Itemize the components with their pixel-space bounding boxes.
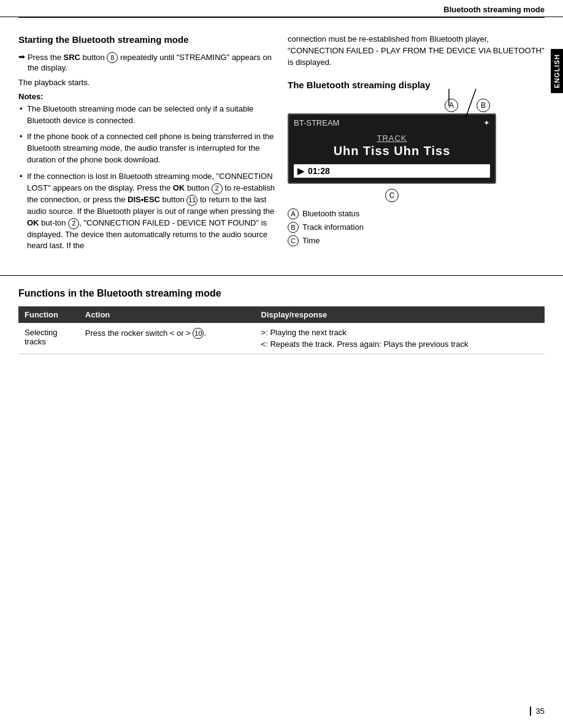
button-2-circle: 2 (212, 183, 223, 194)
button-2b-circle: 2 (68, 218, 79, 229)
page-header: Bluetooth streaming mode (0, 0, 563, 17)
header-title: Bluetooth streaming mode (443, 5, 545, 14)
col-function: Function (18, 306, 79, 323)
time-display: 01:28 (308, 166, 330, 176)
bt-screen-bottom: ▶ 01:28 (294, 164, 490, 178)
page-number: 35 (530, 707, 545, 716)
legend-text-c: Time (302, 236, 320, 245)
table-header: Function Action Display/response (18, 306, 545, 323)
notes-label: Notes: (18, 92, 275, 101)
col-action: Action (79, 306, 255, 323)
function-table: Function Action Display/response Selecti… (18, 306, 545, 354)
label-a-circle: A (445, 99, 458, 112)
right-upper-text: connection must be re-established from B… (288, 34, 545, 69)
src-bold: SRC (64, 53, 80, 62)
bt-screen: BT-STREAM ✦ TRACK Uhn Tiss Uhn Tiss ▶ 01… (288, 113, 496, 184)
table-row: Selectingtracks Press the rocker switch … (18, 323, 545, 354)
list-item: If the connection is lost in Bluetooth s… (18, 171, 275, 252)
left-column: Starting the Bluetooth streaming mode ➡ … (18, 34, 275, 257)
legend: A Bluetooth status B Track information C… (288, 208, 545, 246)
legend-circle-a: A (288, 208, 299, 219)
legend-item-c: C Time (288, 235, 545, 246)
legend-text-b: Track information (302, 222, 364, 232)
list-item: The Bluetooth streaming mode can be sele… (18, 104, 275, 127)
list-item: If the phone book of a connected cell ph… (18, 131, 275, 166)
arrow-icon: ➡ (18, 52, 25, 72)
ab-label-row: A B (288, 99, 496, 112)
label-b-circle: B (477, 99, 490, 112)
ok-bold2: OK (27, 218, 39, 227)
dis-esc-bold: DIS•ESC (128, 195, 160, 204)
side-tab: ENGLISH (551, 49, 563, 93)
top-rule (18, 17, 545, 21)
button-8-circle: 8 (107, 52, 118, 63)
bottom-section: Functions in the Bluetooth streaming mod… (0, 275, 563, 366)
main-content: Starting the Bluetooth streaming mode ➡ … (0, 21, 563, 257)
bottom-heading: Functions in the Bluetooth streaming mod… (18, 288, 545, 299)
table-header-row: Function Action Display/response (18, 306, 545, 323)
label-c-circle: C (385, 189, 399, 202)
table-body: Selectingtracks Press the rocker switch … (18, 323, 545, 354)
button-11-circle: 11 (186, 195, 197, 206)
display-line-2: <: Repeats the track. Press again: Plays… (261, 339, 538, 349)
legend-item-b: B Track information (288, 222, 545, 233)
arrow-instruction-text: Press the SRC button 8 repeatedly until … (28, 52, 275, 72)
button-10-circle: 10 (193, 328, 204, 339)
playback-text: The playback starts. (18, 77, 275, 88)
bt-stream-label: BT-STREAM (294, 118, 339, 127)
cell-action: Press the rocker switch < or > 10. (79, 323, 255, 354)
display-line-1: >: Playing the next track (261, 328, 538, 337)
play-icon: ▶ (297, 166, 304, 176)
bt-display-heading: The Bluetooth streaming display (288, 80, 545, 90)
bt-screen-main: TRACK Uhn Tiss Uhn Tiss (294, 130, 490, 161)
bt-screen-top: BT-STREAM ✦ (294, 118, 490, 127)
display-container: A B BT-STREAM ✦ TRACK Uhn Tiss Uhn Tiss (288, 99, 496, 202)
legend-item-a: A Bluetooth status (288, 208, 545, 219)
bt-display-section: The Bluetooth streaming display A B BT-S… (288, 80, 545, 246)
c-label-container: C (288, 189, 496, 202)
track-label: TRACK (294, 134, 490, 143)
left-heading: Starting the Bluetooth streaming mode (18, 34, 275, 46)
arrow-instruction: ➡ Press the SRC button 8 repeatedly unti… (18, 52, 275, 72)
cell-display: >: Playing the next track <: Repeats the… (255, 323, 545, 354)
function-text: Selectingtracks (25, 328, 57, 346)
bt-status-icon: ✦ (483, 118, 490, 127)
display-wrapper: A B BT-STREAM ✦ TRACK Uhn Tiss Uhn Tiss (288, 99, 545, 246)
legend-text-a: Bluetooth status (302, 209, 359, 218)
cell-function: Selectingtracks (18, 323, 79, 354)
legend-circle-b: B (288, 222, 299, 233)
legend-circle-c: C (288, 235, 299, 246)
ok-bold: OK (173, 183, 185, 192)
col-display: Display/response (255, 306, 545, 323)
right-column: connection must be re-established from B… (288, 34, 545, 257)
track-name: Uhn Tiss Uhn Tiss (294, 144, 490, 158)
notes-list: The Bluetooth streaming mode can be sele… (18, 104, 275, 252)
